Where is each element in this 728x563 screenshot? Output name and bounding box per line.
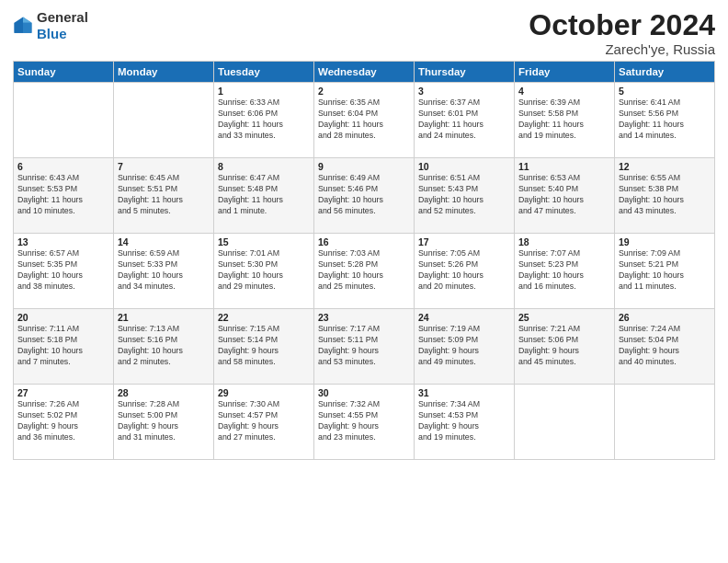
logo: General Blue: [13, 9, 88, 42]
calendar-cell: 4Sunrise: 6:39 AM Sunset: 5:58 PM Daylig…: [515, 83, 615, 158]
cell-content: Sunrise: 6:41 AM Sunset: 5:56 PM Dayligh…: [619, 98, 711, 142]
cell-content: Sunrise: 6:49 AM Sunset: 5:46 PM Dayligh…: [318, 173, 410, 217]
calendar-cell: [515, 385, 615, 460]
day-header: Thursday: [415, 62, 515, 83]
cell-content: Sunrise: 6:39 AM Sunset: 5:58 PM Dayligh…: [518, 98, 610, 142]
logo-icon: [13, 16, 33, 36]
day-number: 15: [218, 236, 310, 247]
calendar-cell: 30Sunrise: 7:32 AM Sunset: 4:55 PM Dayli…: [314, 385, 415, 460]
day-number: 22: [218, 312, 310, 323]
cell-content: Sunrise: 7:24 AM Sunset: 5:04 PM Dayligh…: [619, 324, 711, 368]
calendar-cell: [615, 385, 715, 460]
page-container: General Blue October 2024 Zarech'ye, Rus…: [0, 0, 728, 563]
day-header: Wednesday: [314, 62, 415, 83]
day-number: 14: [118, 236, 210, 247]
cell-content: Sunrise: 7:05 AM Sunset: 5:26 PM Dayligh…: [418, 248, 510, 293]
day-number: 10: [418, 161, 510, 172]
cell-content: Sunrise: 7:21 AM Sunset: 5:06 PM Dayligh…: [518, 324, 610, 368]
calendar-cell: 29Sunrise: 7:30 AM Sunset: 4:57 PM Dayli…: [214, 385, 314, 460]
calendar-cell: 15Sunrise: 7:01 AM Sunset: 5:30 PM Dayli…: [214, 234, 314, 309]
day-number: 18: [518, 236, 610, 247]
day-number: 21: [118, 312, 210, 323]
day-number: 28: [118, 387, 210, 398]
calendar-cell: 5Sunrise: 6:41 AM Sunset: 5:56 PM Daylig…: [615, 83, 715, 158]
calendar-cell: 31Sunrise: 7:34 AM Sunset: 4:53 PM Dayli…: [415, 385, 515, 460]
calendar-cell: 2Sunrise: 6:35 AM Sunset: 6:04 PM Daylig…: [314, 83, 415, 158]
day-number: 23: [318, 312, 410, 323]
day-number: 16: [318, 236, 410, 247]
calendar-cell: 22Sunrise: 7:15 AM Sunset: 5:14 PM Dayli…: [214, 309, 314, 385]
calendar-table: SundayMondayTuesdayWednesdayThursdayFrid…: [13, 61, 715, 460]
day-number: 9: [318, 161, 410, 172]
day-number: 3: [418, 86, 510, 97]
calendar-cell: 17Sunrise: 7:05 AM Sunset: 5:26 PM Dayli…: [415, 234, 515, 309]
calendar-cell: 10Sunrise: 6:51 AM Sunset: 5:43 PM Dayli…: [415, 158, 515, 234]
cell-content: Sunrise: 7:03 AM Sunset: 5:28 PM Dayligh…: [318, 248, 410, 293]
day-number: 8: [218, 161, 310, 172]
day-header: Sunday: [14, 62, 114, 83]
calendar-cell: 6Sunrise: 6:43 AM Sunset: 5:53 PM Daylig…: [14, 158, 114, 234]
cell-content: Sunrise: 7:19 AM Sunset: 5:09 PM Dayligh…: [418, 324, 510, 368]
cell-content: Sunrise: 6:53 AM Sunset: 5:40 PM Dayligh…: [518, 173, 610, 217]
cell-content: Sunrise: 6:47 AM Sunset: 5:48 PM Dayligh…: [218, 173, 310, 217]
calendar-cell: 19Sunrise: 7:09 AM Sunset: 5:21 PM Dayli…: [615, 234, 715, 309]
calendar-cell: 28Sunrise: 7:28 AM Sunset: 5:00 PM Dayli…: [114, 385, 214, 460]
calendar-cell: 11Sunrise: 6:53 AM Sunset: 5:40 PM Dayli…: [515, 158, 615, 234]
day-number: 11: [518, 161, 610, 172]
cell-content: Sunrise: 6:43 AM Sunset: 5:53 PM Dayligh…: [17, 173, 109, 217]
calendar-cell: 18Sunrise: 7:07 AM Sunset: 5:23 PM Dayli…: [515, 234, 615, 309]
day-header: Saturday: [615, 62, 715, 83]
day-number: 24: [418, 312, 510, 323]
svg-marker-2: [23, 23, 31, 33]
title-section: October 2024 Zarech'ye, Russia: [529, 9, 715, 57]
cell-content: Sunrise: 6:45 AM Sunset: 5:51 PM Dayligh…: [118, 173, 210, 217]
calendar-cell: 27Sunrise: 7:26 AM Sunset: 5:02 PM Dayli…: [14, 385, 114, 460]
calendar-cell: 13Sunrise: 6:57 AM Sunset: 5:35 PM Dayli…: [14, 234, 114, 309]
calendar-week-row: 20Sunrise: 7:11 AM Sunset: 5:18 PM Dayli…: [14, 309, 715, 385]
cell-content: Sunrise: 7:13 AM Sunset: 5:16 PM Dayligh…: [118, 324, 210, 368]
cell-content: Sunrise: 6:59 AM Sunset: 5:33 PM Dayligh…: [118, 248, 210, 293]
cell-content: Sunrise: 6:37 AM Sunset: 6:01 PM Dayligh…: [418, 98, 510, 142]
header-row: SundayMondayTuesdayWednesdayThursdayFrid…: [14, 62, 715, 83]
day-number: 12: [619, 161, 711, 172]
cell-content: Sunrise: 6:35 AM Sunset: 6:04 PM Dayligh…: [318, 98, 410, 142]
cell-content: Sunrise: 7:28 AM Sunset: 5:00 PM Dayligh…: [118, 399, 210, 443]
calendar-cell: 23Sunrise: 7:17 AM Sunset: 5:11 PM Dayli…: [314, 309, 415, 385]
cell-content: Sunrise: 7:09 AM Sunset: 5:21 PM Dayligh…: [619, 248, 711, 293]
day-number: 7: [118, 161, 210, 172]
logo-general: General: [37, 9, 88, 25]
day-number: 20: [17, 312, 109, 323]
calendar-week-row: 1Sunrise: 6:33 AM Sunset: 6:06 PM Daylig…: [14, 83, 715, 158]
cell-content: Sunrise: 7:15 AM Sunset: 5:14 PM Dayligh…: [218, 324, 310, 368]
cell-content: Sunrise: 7:01 AM Sunset: 5:30 PM Dayligh…: [218, 248, 310, 293]
day-number: 1: [218, 86, 310, 97]
day-number: 26: [619, 312, 711, 323]
day-number: 13: [17, 236, 109, 247]
day-header: Monday: [114, 62, 214, 83]
cell-content: Sunrise: 7:26 AM Sunset: 5:02 PM Dayligh…: [17, 399, 109, 443]
day-number: 19: [619, 236, 711, 247]
day-number: 31: [418, 387, 510, 398]
cell-content: Sunrise: 6:55 AM Sunset: 5:38 PM Dayligh…: [619, 173, 711, 217]
cell-content: Sunrise: 7:07 AM Sunset: 5:23 PM Dayligh…: [518, 248, 610, 293]
calendar-cell: 9Sunrise: 6:49 AM Sunset: 5:46 PM Daylig…: [314, 158, 415, 234]
svg-marker-3: [15, 23, 23, 33]
calendar-cell: 14Sunrise: 6:59 AM Sunset: 5:33 PM Dayli…: [114, 234, 214, 309]
calendar-cell: 25Sunrise: 7:21 AM Sunset: 5:06 PM Dayli…: [515, 309, 615, 385]
day-number: 4: [518, 86, 610, 97]
header: General Blue October 2024 Zarech'ye, Rus…: [13, 9, 715, 57]
cell-content: Sunrise: 6:33 AM Sunset: 6:06 PM Dayligh…: [218, 98, 310, 142]
cell-content: Sunrise: 7:11 AM Sunset: 5:18 PM Dayligh…: [17, 324, 109, 368]
logo-blue: Blue: [37, 26, 67, 41]
calendar-cell: 3Sunrise: 6:37 AM Sunset: 6:01 PM Daylig…: [415, 83, 515, 158]
cell-content: Sunrise: 6:57 AM Sunset: 5:35 PM Dayligh…: [17, 248, 109, 293]
calendar-week-row: 27Sunrise: 7:26 AM Sunset: 5:02 PM Dayli…: [14, 385, 715, 460]
calendar-week-row: 13Sunrise: 6:57 AM Sunset: 5:35 PM Dayli…: [14, 234, 715, 309]
day-header: Friday: [515, 62, 615, 83]
day-number: 5: [619, 86, 711, 97]
location-title: Zarech'ye, Russia: [529, 41, 715, 57]
day-number: 17: [418, 236, 510, 247]
calendar-cell: 8Sunrise: 6:47 AM Sunset: 5:48 PM Daylig…: [214, 158, 314, 234]
cell-content: Sunrise: 6:51 AM Sunset: 5:43 PM Dayligh…: [418, 173, 510, 217]
day-number: 25: [518, 312, 610, 323]
